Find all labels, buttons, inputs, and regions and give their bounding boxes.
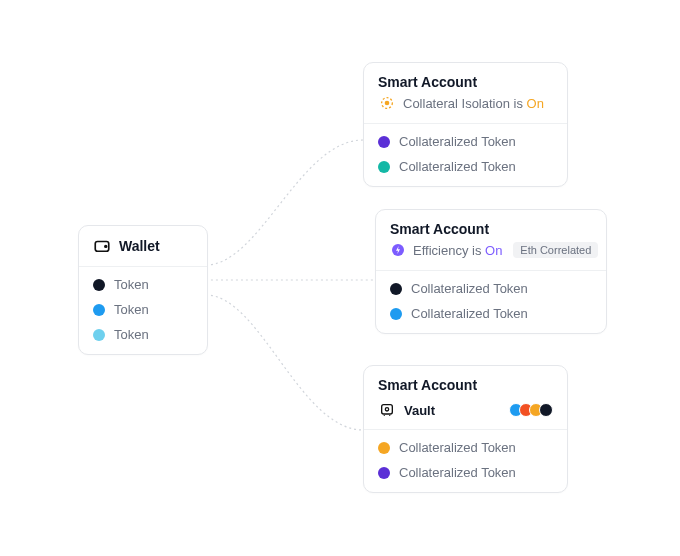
wallet-card: Wallet Token Token Token — [78, 225, 208, 355]
status-value: On — [527, 96, 544, 111]
token-label: Collateralized Token — [399, 159, 516, 174]
vault-color-cluster — [509, 403, 553, 417]
target-icon — [378, 94, 396, 112]
status-text: Collateral Isolation is On — [403, 96, 544, 111]
token-label: Collateralized Token — [399, 465, 516, 480]
token-label: Token — [114, 302, 149, 317]
wallet-header: Wallet — [79, 226, 207, 266]
svg-point-6 — [385, 408, 388, 411]
list-item: Collateralized Token — [390, 281, 592, 296]
account-title: Smart Account — [390, 221, 489, 237]
list-item: Collateralized Token — [378, 134, 553, 149]
svg-point-1 — [105, 245, 107, 247]
account-title-row: Smart Account — [364, 63, 567, 94]
smart-account-card: Smart Account Efficiency is On Eth Corre… — [375, 209, 607, 334]
list-item: Token — [93, 277, 193, 292]
svg-rect-5 — [382, 405, 393, 414]
vault-icon — [378, 401, 396, 419]
token-dot — [390, 283, 402, 295]
status-tag: Eth Correlated — [513, 242, 598, 258]
token-dot — [390, 308, 402, 320]
token-label: Collateralized Token — [411, 306, 528, 321]
token-dot — [93, 279, 105, 291]
account-title-row: Smart Account — [376, 210, 606, 241]
account-status: Efficiency is On Eth Correlated — [376, 241, 606, 270]
token-label: Collateralized Token — [399, 134, 516, 149]
account-title-row: Smart Account — [364, 366, 567, 399]
list-item: Token — [93, 327, 193, 342]
smart-account-card: Smart Account Collateral Isolation is On… — [363, 62, 568, 187]
account-title: Smart Account — [378, 377, 477, 393]
token-dot — [93, 304, 105, 316]
token-label: Token — [114, 327, 149, 342]
status-value: On — [485, 243, 502, 258]
account-token-list: Collateralized Token Collateralized Toke… — [376, 271, 606, 333]
bolt-icon — [390, 241, 406, 259]
vault-label: Vault — [404, 403, 435, 418]
token-label: Collateralized Token — [399, 440, 516, 455]
wallet-title: Wallet — [119, 238, 160, 254]
wallet-icon — [93, 237, 111, 255]
token-label: Token — [114, 277, 149, 292]
account-token-list: Collateralized Token Collateralized Toke… — [364, 430, 567, 492]
svg-point-3 — [385, 101, 390, 106]
token-dot — [378, 161, 390, 173]
token-dot — [378, 442, 390, 454]
account-token-list: Collateralized Token Collateralized Toke… — [364, 124, 567, 186]
account-status: Collateral Isolation is On — [364, 94, 567, 123]
token-dot — [378, 136, 390, 148]
account-title: Smart Account — [378, 74, 477, 90]
list-item: Collateralized Token — [378, 159, 553, 174]
list-item: Collateralized Token — [378, 440, 553, 455]
cluster-dot — [539, 403, 553, 417]
list-item: Token — [93, 302, 193, 317]
token-label: Collateralized Token — [411, 281, 528, 296]
token-dot — [378, 467, 390, 479]
vault-row: Vault — [364, 399, 567, 429]
status-text: Efficiency is On — [413, 243, 502, 258]
smart-account-card: Smart Account Vault Collateralized Token… — [363, 365, 568, 493]
list-item: Collateralized Token — [390, 306, 592, 321]
list-item: Collateralized Token — [378, 465, 553, 480]
wallet-token-list: Token Token Token — [79, 267, 207, 354]
token-dot — [93, 329, 105, 341]
